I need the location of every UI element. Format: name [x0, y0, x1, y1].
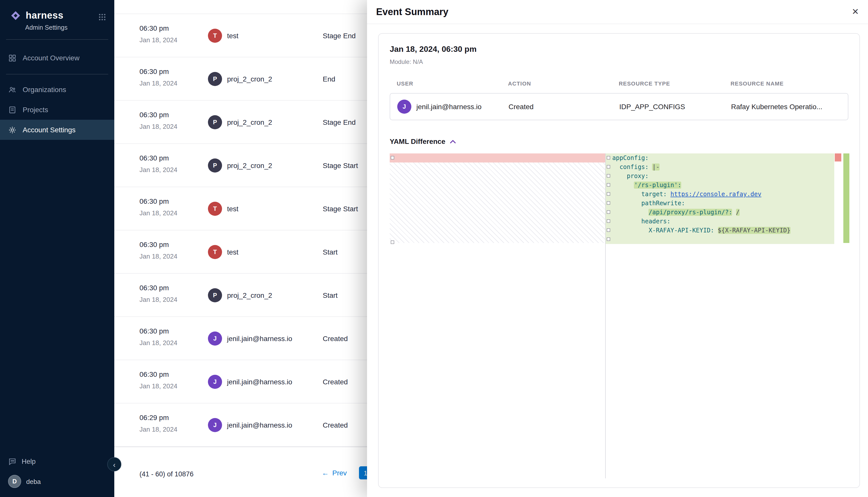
fold-marker-icon[interactable]: [607, 219, 610, 223]
sidebar-item-account-settings[interactable]: Account Settings: [0, 120, 114, 140]
avatar: J: [208, 374, 222, 388]
row-action: Stage End: [323, 118, 356, 126]
fold-marker-icon[interactable]: [607, 174, 610, 178]
prev-page-button[interactable]: ← Prev: [316, 465, 353, 480]
diff-pane-original: [390, 153, 605, 243]
row-date: Jan 18, 2024: [139, 80, 177, 87]
app-root: harness Admin Settings Account Overview: [0, 0, 868, 497]
event-table-row[interactable]: J jenil.jain@harness.io Created IDP_APP_…: [390, 93, 849, 120]
help-button[interactable]: Help: [0, 453, 114, 470]
row-user: proj_2_cron_2: [227, 161, 272, 169]
row-date: Jan 18, 2024: [139, 209, 177, 217]
sidebar-divider: [6, 39, 108, 40]
chevron-up-icon: [450, 139, 456, 144]
fold-marker-icon[interactable]: [607, 228, 610, 232]
row-action: Stage End: [323, 31, 356, 40]
sidebar-item-account-overview[interactable]: Account Overview: [0, 48, 114, 68]
avatar: P: [208, 115, 222, 129]
avatar: J: [397, 100, 411, 114]
diff-added-line: target: https://console.rafay.dev: [606, 190, 834, 199]
event-resource-type: IDP_APP_CONFIGS: [619, 103, 731, 111]
row-date: Jan 18, 2024: [139, 166, 177, 173]
logo: harness: [0, 0, 114, 21]
harness-logo-icon: [10, 10, 21, 21]
diff-added-line: proxy:: [606, 172, 834, 181]
sidebar-collapse-button[interactable]: ‹: [107, 457, 121, 471]
avatar: P: [208, 158, 222, 172]
row-user: proj_2_cron_2: [227, 75, 272, 83]
diff-added-line: [606, 235, 834, 244]
row-action: Stage Start: [323, 204, 358, 213]
sidebar-item-label: Projects: [23, 105, 48, 114]
fold-marker-icon[interactable]: [607, 192, 610, 196]
diff-added-line: '/rs-plugin':: [606, 181, 834, 190]
sidebar-item-label: Account Settings: [23, 126, 75, 134]
help-label: Help: [22, 458, 36, 465]
yaml-difference-toggle[interactable]: YAML Difference: [390, 137, 849, 145]
row-user: jenil.jain@harness.io: [227, 378, 292, 386]
fold-marker-icon[interactable]: [607, 156, 610, 159]
row-date: Jan 18, 2024: [139, 36, 177, 44]
row-action: Start: [323, 248, 337, 256]
row-user: proj_2_cron_2: [227, 118, 272, 126]
row-action: Start: [323, 291, 337, 299]
close-icon[interactable]: ✕: [852, 8, 859, 16]
fold-marker-icon[interactable]: [607, 165, 610, 169]
diff-empty-region: [390, 162, 605, 243]
drawer-header: Event Summary ✕: [367, 0, 868, 24]
diff-added-line: X-RAFAY-API-KEYID: ${X-RAFAY-API-KEYID}: [606, 226, 834, 235]
fold-marker-icon[interactable]: [607, 238, 610, 241]
row-action: End: [323, 75, 335, 83]
event-resource-name: Rafay Kubernetes Operatio...: [731, 103, 848, 111]
row-time: 06:30 pm: [139, 327, 177, 335]
row-time: 06:30 pm: [139, 24, 177, 32]
user-avatar: D: [8, 475, 21, 488]
sidebar: harness Admin Settings Account Overview: [0, 0, 114, 497]
drawer-title: Event Summary: [376, 6, 449, 17]
pagination-range: (41 - 60) of 10876: [139, 470, 194, 478]
overview-ruler-added-mark: [843, 153, 849, 243]
diff-added-line: pathRewrite:: [606, 199, 834, 208]
row-date: Jan 18, 2024: [139, 123, 177, 130]
diff-added-line: headers:: [606, 217, 834, 226]
sidebar-item-label: Account Overview: [23, 54, 80, 62]
avatar: T: [208, 201, 222, 215]
row-time: 06:29 pm: [139, 413, 177, 422]
diff-added-line: configs: |-: [606, 162, 834, 172]
sidebar-item-organizations[interactable]: Organizations: [0, 80, 114, 100]
help-chat-icon: [8, 457, 17, 466]
col-user: USER: [397, 81, 508, 86]
user-menu[interactable]: D deba: [0, 470, 114, 490]
fold-marker-icon[interactable]: [391, 240, 394, 244]
row-time: 06:30 pm: [139, 111, 177, 119]
yaml-diff-viewer: appConfig: configs: |- proxy: '/rs-plugi…: [390, 153, 849, 478]
row-user: jenil.jain@harness.io: [227, 334, 292, 342]
avatar: P: [208, 288, 222, 302]
row-time: 06:30 pm: [139, 370, 177, 378]
avatar: J: [208, 418, 222, 432]
row-action: Created: [323, 334, 348, 342]
row-user: test: [227, 248, 238, 256]
fold-marker-icon[interactable]: [607, 210, 610, 214]
projects-icon: [8, 105, 17, 114]
organizations-icon: [8, 85, 17, 94]
row-time: 06:30 pm: [139, 197, 177, 205]
avatar: P: [208, 72, 222, 86]
sidebar-item-projects[interactable]: Projects: [0, 100, 114, 120]
logo-text: harness: [26, 10, 64, 21]
fold-marker-icon[interactable]: [607, 201, 610, 205]
app-switcher-icon[interactable]: [98, 13, 106, 23]
fold-marker-icon[interactable]: [391, 156, 394, 159]
sidebar-divider: [6, 74, 108, 74]
row-user: jenil.jain@harness.io: [227, 421, 292, 429]
event-card: Jan 18, 2024, 06:30 pm Module: N/A USER …: [378, 33, 860, 488]
overview-icon: [8, 54, 17, 62]
row-time: 06:30 pm: [139, 284, 177, 292]
diff-removed-line: [390, 153, 605, 162]
target-url-link[interactable]: https://console.rafay.dev: [670, 191, 761, 198]
diff-added-line: /api/proxy/rs-plugin/?: /: [606, 208, 834, 217]
fold-marker-icon[interactable]: [607, 183, 610, 187]
row-date: Jan 18, 2024: [139, 0, 177, 0]
sidebar-bottom: Help D deba: [0, 453, 114, 490]
avatar: J: [208, 331, 222, 345]
